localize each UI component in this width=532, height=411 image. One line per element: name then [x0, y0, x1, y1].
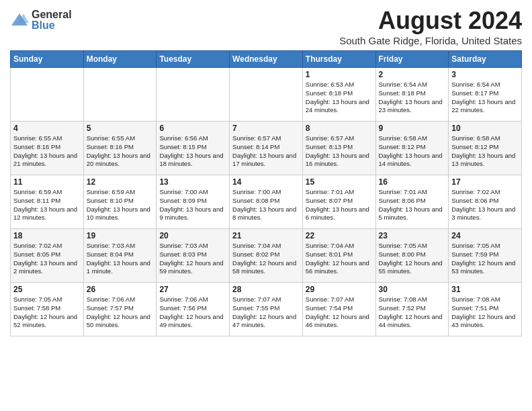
day-number: 6	[159, 124, 226, 133]
logo-general: General	[32, 9, 72, 20]
day-info: Sunrise: 6:59 AM Sunset: 8:10 PM Dayligh…	[87, 188, 154, 222]
calendar-cell: 14Sunrise: 7:00 AM Sunset: 8:08 PM Dayli…	[230, 175, 303, 229]
calendar-cell: 3Sunrise: 6:54 AM Sunset: 8:17 PM Daylig…	[449, 68, 522, 122]
calendar-cell: 20Sunrise: 7:03 AM Sunset: 8:03 PM Dayli…	[157, 229, 230, 283]
calendar-cell	[83, 68, 157, 122]
day-number: 31	[451, 285, 519, 294]
day-info: Sunrise: 7:08 AM Sunset: 7:52 PM Dayligh…	[379, 295, 446, 330]
day-info: Sunrise: 6:55 AM Sunset: 8:16 PM Dayligh…	[13, 134, 81, 169]
calendar-cell: 11Sunrise: 6:59 AM Sunset: 8:11 PM Dayli…	[11, 175, 84, 229]
logo-blue: Blue	[32, 20, 72, 31]
calendar-cell: 7Sunrise: 6:57 AM Sunset: 8:14 PM Daylig…	[230, 122, 303, 175]
day-number: 7	[232, 124, 300, 133]
day-info: Sunrise: 6:55 AM Sunset: 8:16 PM Dayligh…	[87, 134, 154, 169]
day-number: 28	[232, 285, 300, 294]
day-number: 14	[232, 177, 300, 187]
calendar-cell: 26Sunrise: 7:06 AM Sunset: 7:57 PM Dayli…	[83, 283, 157, 336]
calendar-cell: 4Sunrise: 6:55 AM Sunset: 8:16 PM Daylig…	[11, 122, 84, 175]
calendar-cell: 23Sunrise: 7:05 AM Sunset: 8:00 PM Dayli…	[375, 229, 449, 283]
day-number: 23	[379, 231, 446, 240]
logo-icon	[10, 11, 29, 30]
page-header: General Blue August 2024 South Gate Ridg…	[10, 7, 522, 46]
day-info: Sunrise: 6:57 AM Sunset: 8:14 PM Dayligh…	[232, 134, 300, 169]
day-info: Sunrise: 7:07 AM Sunset: 7:54 PM Dayligh…	[306, 295, 373, 330]
day-info: Sunrise: 6:54 AM Sunset: 8:17 PM Dayligh…	[451, 81, 519, 115]
day-info: Sunrise: 7:06 AM Sunset: 7:56 PM Dayligh…	[159, 295, 226, 330]
calendar-cell: 1Sunrise: 6:53 AM Sunset: 8:18 PM Daylig…	[302, 68, 375, 122]
day-info: Sunrise: 7:02 AM Sunset: 8:06 PM Dayligh…	[451, 188, 519, 222]
day-info: Sunrise: 6:58 AM Sunset: 8:12 PM Dayligh…	[451, 134, 519, 169]
day-number: 13	[159, 177, 226, 187]
day-number: 17	[451, 177, 519, 187]
calendar-week-row: 4Sunrise: 6:55 AM Sunset: 8:16 PM Daylig…	[11, 122, 522, 175]
day-of-week-header: Friday	[375, 51, 449, 68]
day-number: 15	[306, 177, 373, 187]
calendar-cell	[157, 68, 230, 122]
calendar-table: SundayMondayTuesdayWednesdayThursdayFrid…	[10, 50, 522, 336]
calendar-cell: 17Sunrise: 7:02 AM Sunset: 8:06 PM Dayli…	[449, 175, 522, 229]
day-info: Sunrise: 7:03 AM Sunset: 8:04 PM Dayligh…	[87, 242, 154, 276]
day-info: Sunrise: 7:01 AM Sunset: 8:07 PM Dayligh…	[306, 188, 373, 222]
header-row: SundayMondayTuesdayWednesdayThursdayFrid…	[11, 51, 522, 68]
day-of-week-header: Sunday	[11, 51, 84, 68]
day-number: 8	[306, 124, 373, 133]
calendar-cell: 25Sunrise: 7:05 AM Sunset: 7:58 PM Dayli…	[11, 283, 84, 336]
day-number: 18	[13, 231, 81, 240]
calendar-cell: 29Sunrise: 7:07 AM Sunset: 7:54 PM Dayli…	[302, 283, 375, 336]
day-info: Sunrise: 7:07 AM Sunset: 7:55 PM Dayligh…	[232, 295, 300, 330]
day-info: Sunrise: 7:00 AM Sunset: 8:08 PM Dayligh…	[232, 188, 300, 222]
logo-text: General Blue	[32, 9, 72, 31]
day-of-week-header: Saturday	[449, 51, 522, 68]
location-subtitle: South Gate Ridge, Florida, United States	[339, 35, 522, 46]
day-info: Sunrise: 7:06 AM Sunset: 7:57 PM Dayligh…	[87, 295, 154, 330]
day-number: 30	[379, 285, 446, 294]
day-number: 26	[87, 285, 154, 294]
calendar-header: SundayMondayTuesdayWednesdayThursdayFrid…	[11, 51, 522, 68]
day-info: Sunrise: 6:58 AM Sunset: 8:12 PM Dayligh…	[379, 134, 446, 169]
day-number: 19	[87, 231, 154, 240]
day-number: 12	[87, 177, 154, 187]
day-number: 2	[379, 70, 446, 79]
day-of-week-header: Monday	[83, 51, 157, 68]
day-info: Sunrise: 6:53 AM Sunset: 8:18 PM Dayligh…	[306, 81, 373, 115]
calendar-cell: 6Sunrise: 6:56 AM Sunset: 8:15 PM Daylig…	[157, 122, 230, 175]
calendar-cell	[230, 68, 303, 122]
day-info: Sunrise: 7:05 AM Sunset: 7:59 PM Dayligh…	[451, 242, 519, 276]
day-number: 5	[87, 124, 154, 133]
calendar-cell: 15Sunrise: 7:01 AM Sunset: 8:07 PM Dayli…	[302, 175, 375, 229]
day-number: 24	[451, 231, 519, 240]
day-info: Sunrise: 7:05 AM Sunset: 7:58 PM Dayligh…	[13, 295, 81, 330]
day-number: 11	[13, 177, 81, 187]
day-number: 1	[306, 70, 373, 79]
day-number: 16	[379, 177, 446, 187]
calendar-cell: 9Sunrise: 6:58 AM Sunset: 8:12 PM Daylig…	[375, 122, 449, 175]
calendar-cell: 31Sunrise: 7:08 AM Sunset: 7:51 PM Dayli…	[449, 283, 522, 336]
day-number: 10	[451, 124, 519, 133]
calendar-cell: 16Sunrise: 7:01 AM Sunset: 8:06 PM Dayli…	[375, 175, 449, 229]
calendar-cell: 21Sunrise: 7:04 AM Sunset: 8:02 PM Dayli…	[230, 229, 303, 283]
day-info: Sunrise: 6:57 AM Sunset: 8:13 PM Dayligh…	[306, 134, 373, 169]
title-area: August 2024 South Gate Ridge, Florida, U…	[339, 7, 522, 46]
calendar-cell: 13Sunrise: 7:00 AM Sunset: 8:09 PM Dayli…	[157, 175, 230, 229]
day-number: 4	[13, 124, 81, 133]
calendar-cell: 18Sunrise: 7:02 AM Sunset: 8:05 PM Dayli…	[11, 229, 84, 283]
day-info: Sunrise: 7:01 AM Sunset: 8:06 PM Dayligh…	[379, 188, 446, 222]
calendar-cell: 28Sunrise: 7:07 AM Sunset: 7:55 PM Dayli…	[230, 283, 303, 336]
calendar-week-row: 11Sunrise: 6:59 AM Sunset: 8:11 PM Dayli…	[11, 175, 522, 229]
calendar-cell: 24Sunrise: 7:05 AM Sunset: 7:59 PM Dayli…	[449, 229, 522, 283]
calendar-cell: 8Sunrise: 6:57 AM Sunset: 8:13 PM Daylig…	[302, 122, 375, 175]
day-number: 3	[451, 70, 519, 79]
calendar-week-row: 18Sunrise: 7:02 AM Sunset: 8:05 PM Dayli…	[11, 229, 522, 283]
logo: General Blue	[10, 9, 72, 31]
calendar-body: 1Sunrise: 6:53 AM Sunset: 8:18 PM Daylig…	[11, 68, 522, 336]
day-info: Sunrise: 7:08 AM Sunset: 7:51 PM Dayligh…	[451, 295, 519, 330]
calendar-week-row: 25Sunrise: 7:05 AM Sunset: 7:58 PM Dayli…	[11, 283, 522, 336]
day-info: Sunrise: 7:02 AM Sunset: 8:05 PM Dayligh…	[13, 242, 81, 276]
day-number: 21	[232, 231, 300, 240]
calendar-cell: 30Sunrise: 7:08 AM Sunset: 7:52 PM Dayli…	[375, 283, 449, 336]
day-number: 9	[379, 124, 446, 133]
day-number: 20	[159, 231, 226, 240]
calendar-cell: 27Sunrise: 7:06 AM Sunset: 7:56 PM Dayli…	[157, 283, 230, 336]
day-of-week-header: Wednesday	[230, 51, 303, 68]
calendar-cell: 10Sunrise: 6:58 AM Sunset: 8:12 PM Dayli…	[449, 122, 522, 175]
